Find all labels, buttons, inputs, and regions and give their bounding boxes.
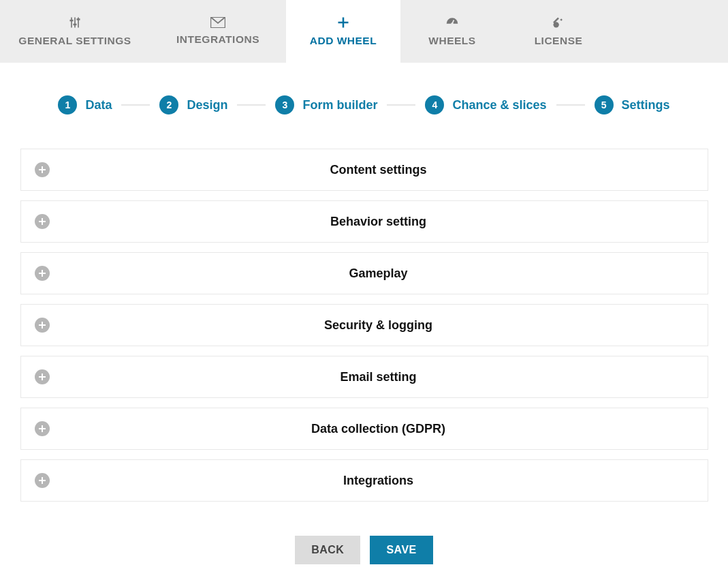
svg-rect-0 [71,18,72,28]
svg-rect-1 [74,18,76,28]
step-design[interactable]: 2 Design [159,95,227,115]
step-number: 1 [58,95,77,115]
tab-integrations[interactable]: INTEGRATIONS [150,0,286,63]
panel-title: Behavior setting [50,215,708,229]
step-label: Settings [622,98,670,112]
mail-icon [210,17,225,28]
step-data[interactable]: 1 Data [58,95,112,115]
step-number: 2 [159,95,178,115]
step-chance-slices[interactable]: 4 Chance & slices [425,95,546,115]
tab-add-wheel[interactable]: ADD WHEEL [286,0,400,63]
step-connector [387,104,415,106]
svg-rect-10 [560,18,563,21]
panel-title: Data collection (GDPR) [50,422,708,436]
expand-icon[interactable] [35,318,50,333]
expand-icon[interactable] [35,214,50,229]
panel-title: Email setting [50,370,708,384]
wizard-footer: BACK SAVE [0,536,728,564]
svg-rect-5 [77,18,80,20]
panel-title: Gameplay [50,266,708,281]
expand-icon[interactable] [35,369,50,384]
step-connector [121,104,150,106]
tab-label: GENERAL SETTINGS [18,35,131,47]
step-form-builder[interactable]: 3 Form builder [275,95,377,115]
back-button[interactable]: BACK [295,536,360,564]
panel-content-settings[interactable]: Content settings [20,149,708,191]
tab-license[interactable]: LICENSE [504,0,613,63]
tab-wheels[interactable]: WHEELS [400,0,504,63]
expand-icon[interactable] [35,473,50,488]
step-number: 4 [425,95,444,115]
step-label: Form builder [302,98,377,112]
step-connector [556,104,585,106]
panel-gameplay[interactable]: Gameplay [20,252,708,294]
save-button[interactable]: SAVE [370,536,432,564]
panel-title: Content settings [50,163,708,177]
panel-data-collection-gdpr[interactable]: Data collection (GDPR) [20,408,708,450]
step-label: Data [85,98,112,112]
top-tabs: GENERAL SETTINGS INTEGRATIONS ADD WHEEL … [0,0,728,63]
settings-accordion: Content settings Behavior setting Gamepl… [20,149,708,502]
tab-label: WHEELS [428,35,475,47]
svg-rect-4 [74,24,77,26]
svg-rect-3 [70,20,74,21]
gauge-icon [445,16,460,29]
tab-general-settings[interactable]: GENERAL SETTINGS [0,0,150,63]
step-connector [237,104,266,106]
step-number: 5 [595,95,614,115]
tab-label: ADD WHEEL [310,35,377,47]
key-icon [552,16,565,29]
tab-label: INTEGRATIONS [176,33,259,46]
step-label: Chance & slices [452,98,546,112]
panel-integrations[interactable]: Integrations [20,459,708,502]
panel-title: Security & logging [50,318,708,333]
expand-icon[interactable] [35,266,50,281]
panel-behavior-setting[interactable]: Behavior setting [20,200,708,243]
sliders-icon [68,16,82,29]
panel-email-setting[interactable]: Email setting [20,356,708,398]
step-settings[interactable]: 5 Settings [595,95,670,115]
wizard-stepper: 1 Data 2 Design 3 Form builder 4 Chance … [0,95,728,115]
expand-icon[interactable] [35,162,50,177]
expand-icon[interactable] [35,421,50,436]
step-label: Design [187,98,227,112]
tab-label: LICENSE [535,35,583,47]
plus-icon [336,16,350,29]
step-number: 3 [275,95,294,115]
panel-title: Integrations [50,474,708,488]
panel-security-logging[interactable]: Security & logging [20,304,708,346]
